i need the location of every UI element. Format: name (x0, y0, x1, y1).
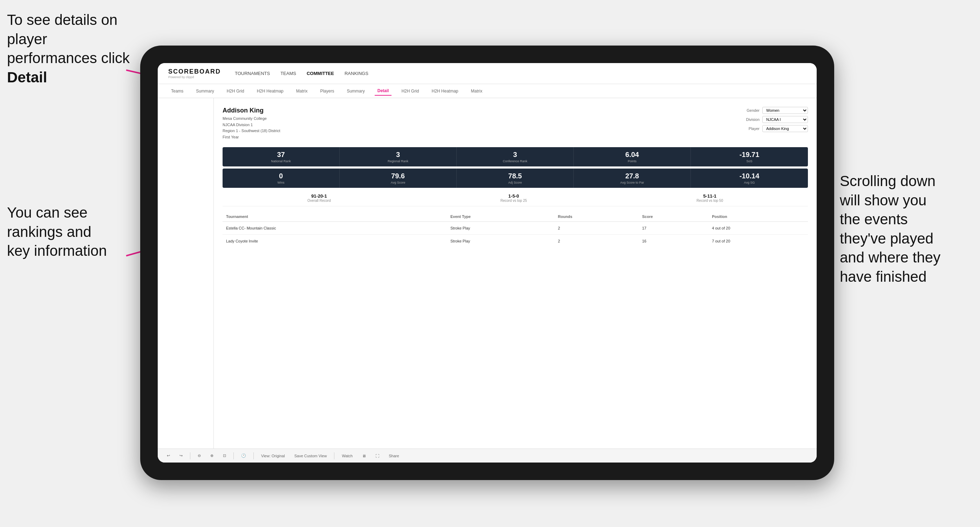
logo-area: SCOREBOARD Powered by clippd (168, 68, 221, 79)
records-row: 91-20-1 Overall Record 1-5-0 Record vs t… (223, 190, 808, 206)
annotation-scroll-line6: have finished (840, 268, 927, 285)
annotation-top-left-text: To see details on player performances cl… (7, 11, 130, 66)
stat-adj-score-value: 78.5 (461, 172, 569, 180)
zoom-in-button[interactable]: ⊕ (208, 452, 216, 459)
gender-label: Gender (740, 108, 759, 113)
annotation-rankings-line1: You can see (7, 204, 88, 221)
nav-tournaments[interactable]: TOURNAMENTS (235, 69, 270, 78)
player-controls: Gender Women Division NJCAA I (740, 107, 808, 132)
stat-avg-to-par: 27.8 Avg Score to Par (574, 168, 691, 188)
redo-button[interactable]: ↪ (177, 452, 185, 459)
sub-nav-summary[interactable]: Summary (193, 87, 216, 95)
sub-nav-h2h-grid[interactable]: H2H Grid (224, 87, 247, 95)
clock-icon[interactable]: 🕐 (239, 452, 248, 459)
stat-points: 6.04 Points (574, 147, 691, 167)
stats-grid-row1: 37 National Rank 3 Regional Rank 3 Confe… (223, 147, 808, 167)
stat-conference-rank-value: 3 (461, 151, 569, 159)
player-region: Region 1 - Southwest (18) District (223, 128, 280, 134)
stat-avg-to-par-label: Avg Score to Par (578, 181, 686, 184)
table-row: Estella CC- Mountain Classic Stroke Play… (223, 222, 808, 235)
player-name: Addison King (223, 107, 280, 114)
event-type-1: Stroke Play (447, 222, 555, 235)
tournament-name-2: Lady Coyote Invite (223, 235, 447, 248)
sub-nav-h2h-heatmap[interactable]: H2H Heatmap (254, 87, 286, 95)
sub-nav-matrix[interactable]: Matrix (293, 87, 310, 95)
expand-button[interactable]: ⛶ (373, 453, 381, 459)
player-select[interactable]: Addison King (762, 125, 808, 132)
stat-adj-score-label: Adj Score (461, 181, 569, 184)
stat-national-rank-value: 37 (227, 151, 335, 159)
save-custom-button[interactable]: Save Custom View (292, 453, 329, 459)
table-header-row: Tournament Event Type Rounds Score Posit… (223, 212, 808, 222)
record-overall-value: 91-20-1 (307, 194, 331, 199)
annotation-top-left: To see details on player performances cl… (7, 11, 140, 87)
stat-adj-score: 78.5 Adj Score (457, 168, 574, 188)
logo-text: SCOREBOARD (168, 68, 221, 75)
nav-committee[interactable]: COMMITTEE (307, 69, 334, 78)
sub-nav: Teams Summary H2H Grid H2H Heatmap Matri… (158, 84, 817, 98)
annotation-detail-bold: Detail (7, 69, 47, 86)
annotation-right: Scrolling down will show you the events … (840, 172, 973, 287)
annotation-rankings-line3: key information (7, 243, 107, 259)
bottom-toolbar: ↩ ↪ ⊖ ⊕ ⊡ 🕐 View: Original Save Custom V… (158, 449, 817, 462)
sub-nav-players[interactable]: Players (317, 87, 337, 95)
stat-sos: -19.71 SoS (691, 147, 808, 167)
sub-nav-matrix2[interactable]: Matrix (468, 87, 485, 95)
main-content: Addison King Mesa Community College NJCA… (158, 98, 817, 449)
fit-button[interactable]: ⊡ (221, 452, 228, 459)
record-top50-label: Record vs top 50 (697, 199, 723, 203)
nav-rankings[interactable]: RANKINGS (345, 69, 368, 78)
sub-nav-detail[interactable]: Detail (375, 87, 392, 96)
tablet-frame: SCOREBOARD Powered by clippd TOURNAMENTS… (140, 46, 834, 480)
undo-button[interactable]: ↩ (165, 452, 172, 459)
table-row: Lady Coyote Invite Stroke Play 2 16 7 ou… (223, 235, 808, 248)
zoom-out-button[interactable]: ⊖ (196, 452, 203, 459)
col-event-type: Event Type (447, 212, 555, 222)
sub-nav-h2h-heatmap2[interactable]: H2H Heatmap (429, 87, 461, 95)
stat-avg-sg-value: -10.14 (695, 172, 804, 180)
score-2: 16 (639, 235, 708, 248)
logo-sub: Powered by clippd (168, 75, 194, 79)
stat-conference-rank-label: Conference Rank (461, 159, 569, 163)
division-select[interactable]: NJCAA I (762, 116, 808, 123)
sidebar (158, 98, 214, 449)
player-control-row: Player Addison King (740, 125, 808, 132)
stat-sos-value: -19.71 (695, 151, 804, 159)
stat-national-rank: 37 National Rank (223, 147, 340, 167)
tablet-screen: SCOREBOARD Powered by clippd TOURNAMENTS… (158, 63, 817, 462)
stats-grid-row2: 0 Wins 79.6 Avg Score 78.5 Adj Score 27.… (223, 168, 808, 188)
toolbar-sep-4 (334, 452, 334, 459)
sub-nav-teams[interactable]: Teams (168, 87, 186, 95)
rounds-1: 2 (555, 222, 639, 235)
annotation-scroll-line5: and where they (840, 249, 940, 266)
division-label: Division (740, 117, 759, 122)
player-label: Player (740, 127, 759, 131)
stat-points-label: Points (578, 159, 686, 163)
main-nav: TOURNAMENTS TEAMS COMMITTEE RANKINGS (235, 69, 368, 78)
tournament-name-1: Estella CC- Mountain Classic (223, 222, 447, 235)
score-1: 17 (639, 222, 708, 235)
col-tournament: Tournament (223, 212, 447, 222)
annotation-scroll-line2: will show you (840, 192, 926, 208)
record-top50-value: 5-11-1 (697, 194, 723, 199)
stat-national-rank-label: National Rank (227, 159, 335, 163)
screen-button[interactable]: 🖥 (360, 453, 368, 459)
stat-regional-rank: 3 Regional Rank (340, 147, 457, 167)
sub-nav-summary2[interactable]: Summary (344, 87, 368, 95)
nav-teams[interactable]: TEAMS (280, 69, 296, 78)
sub-nav-h2h-grid2[interactable]: H2H Grid (399, 87, 422, 95)
col-position: Position (708, 212, 808, 222)
content-area: Addison King Mesa Community College NJCA… (214, 98, 817, 449)
watch-button[interactable]: Watch (340, 453, 355, 459)
stat-conference-rank: 3 Conference Rank (457, 147, 574, 167)
stat-avg-sg: -10.14 Avg SG (691, 168, 808, 188)
share-button[interactable]: Share (387, 453, 401, 459)
annotation-bottom-left: You can see rankings and key information (7, 203, 126, 261)
record-top50: 5-11-1 Record vs top 50 (697, 194, 723, 203)
gender-select[interactable]: Women (762, 107, 808, 114)
view-original-button[interactable]: View: Original (259, 453, 287, 459)
record-top25-value: 1-5-0 (501, 194, 527, 199)
stat-wins: 0 Wins (223, 168, 340, 188)
player-division: NJCAA Division 1 (223, 122, 280, 128)
annotation-rankings-line2: rankings and (7, 224, 91, 240)
